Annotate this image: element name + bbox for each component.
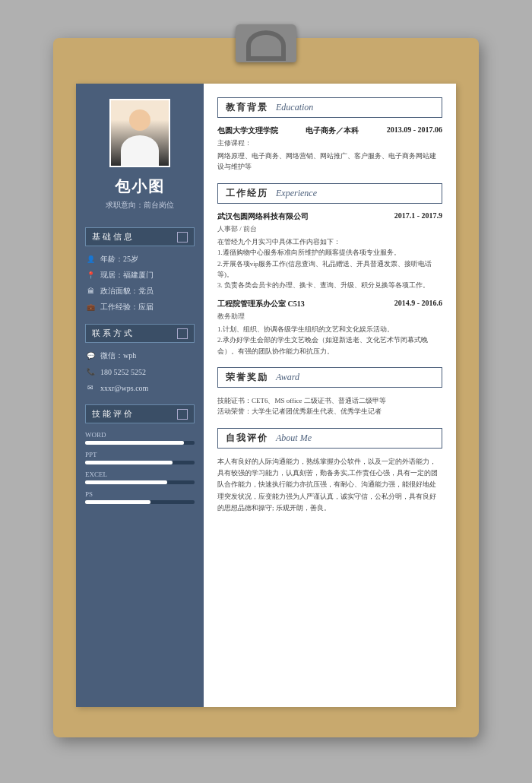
experience-title-cn: 工作经历	[226, 187, 268, 200]
photo	[109, 99, 170, 167]
job2-duty-0: 1.计划、组织、协调各级学生组织的文艺和文化娱乐活动。	[217, 324, 442, 334]
skill-ppt: PPT	[85, 451, 195, 464]
job1-period: 2017.1 - 2017.9	[394, 211, 442, 222]
contact-email: ✉ xxxr@wps.com	[85, 382, 195, 393]
contact-label: 联系方式	[92, 328, 135, 339]
edu-major: 电子商务／本科	[306, 125, 359, 136]
job2-company: 工程院管理系办公室 C513	[217, 299, 305, 309]
skill-excel-label: EXCEL	[85, 471, 195, 478]
edu-period: 2013.09 - 2017.06	[387, 125, 442, 136]
job-title: 求职意向：前台岗位	[106, 200, 174, 211]
award-item-1: 活动荣誉：大学生记者团优秀新生代表、优秀学生记者	[217, 406, 442, 417]
skill-ppt-bar-bg	[85, 461, 195, 464]
job2-title-row: 工程院管理系办公室 C513 2014.9 - 2016.6	[217, 299, 442, 309]
basic-info-header: 基础信息	[85, 227, 195, 246]
wechat-label: 微信：wph	[100, 350, 136, 361]
job1-company: 武汉包圆网络科技有限公司	[217, 211, 309, 222]
skill-excel-bar-bg	[85, 480, 195, 484]
job2-dept: 教务助理	[217, 312, 442, 322]
awards-title-en: Award	[276, 372, 299, 383]
age-label: 年龄：25岁	[100, 254, 138, 265]
location-icon: 📍	[85, 270, 96, 281]
clipboard-clip	[236, 24, 296, 62]
awards-body: 技能证书：CET6、MS office 二级证书、普通话二级甲等 活动荣誉：大学…	[217, 395, 442, 417]
clipboard-container: 包小图 求职意向：前台岗位 基础信息 👤 年龄：25岁 📍 现居：福建厦门 🏛 …	[53, 38, 479, 737]
info-age: 👤 年龄：25岁	[85, 254, 195, 265]
awards-section: 荣誉奖励 Award 技能证书：CET6、MS office 二级证书、普通话二…	[217, 367, 442, 417]
skill-ppt-bar-fill	[85, 461, 173, 464]
job-1: 武汉包圆网络科技有限公司 2017.1 - 2017.9 人事部 / 前台 在管…	[217, 211, 442, 291]
experience-icon: 💼	[85, 302, 96, 312]
basic-info-icon	[177, 232, 188, 243]
contact-header: 联系方式	[85, 324, 195, 343]
edu-school: 包圆大学文理学院	[217, 125, 278, 136]
job2-duty-1: 2.承办好学生会部的学生文艺晚会（如迎新送老、文化艺术节闭幕式晚会）。有强的团队…	[217, 334, 442, 357]
edu-courses-label: 主修课程：	[217, 138, 442, 148]
job2-period: 2014.9 - 2016.6	[394, 299, 442, 309]
skill-ps-bar-bg	[85, 500, 195, 504]
skill-ppt-label: PPT	[85, 451, 195, 458]
education-section: 教育背景 Education 包圆大学文理学院 电子商务／本科 2013.09 …	[217, 97, 442, 173]
skill-word: WORD	[85, 431, 195, 445]
job-2: 工程院管理系办公室 C513 2014.9 - 2016.6 教务助理 1.计划…	[217, 299, 442, 357]
skill-ps-bar-fill	[85, 500, 150, 504]
job1-duties: 在管经九个月实习中具体工作内容如下： 1.遵循购物中心服务标准向所维护的顾客提供…	[217, 236, 442, 291]
info-experience: 💼 工作经验：应届	[85, 302, 195, 312]
experience-title-en: Experience	[276, 188, 317, 199]
politics-icon: 🏛	[85, 286, 96, 296]
age-icon: 👤	[85, 254, 96, 265]
job1-duty-0: 在管经九个月实习中具体工作内容如下：	[217, 236, 442, 247]
contact-wechat: 💬 微信：wph	[85, 350, 195, 361]
job2-duties: 1.计划、组织、协调各级学生组织的文艺和文化娱乐活动。 2.承办好学生会部的学生…	[217, 324, 442, 357]
job1-title-row: 武汉包圆网络科技有限公司 2017.1 - 2017.9	[217, 211, 442, 222]
about-header: 自我评价 About Me	[217, 428, 442, 449]
job1-duty-1: 1.遵循购物中心服务标准向所维护的顾客提供各项专业服务。	[217, 247, 442, 258]
person-avatar	[111, 100, 169, 166]
skill-word-bar-fill	[85, 441, 184, 445]
skill-ps-label: PS	[85, 490, 195, 498]
skill-word-label: WORD	[85, 431, 195, 439]
job1-duty-2: 2.开展各项vip服务工作(信息查询、礼品赠送、开具普通发票、接听电话等)。	[217, 258, 442, 281]
awards-header: 荣誉奖励 Award	[217, 367, 442, 388]
skill-header: 技能评价	[85, 404, 195, 423]
phone-icon: 📞	[85, 366, 96, 377]
info-location: 📍 现居：福建厦门	[85, 270, 195, 281]
skill-excel: EXCEL	[85, 471, 195, 484]
skill-icon	[177, 409, 188, 420]
contact-phone: 📞 180 5252 5252	[85, 366, 195, 377]
politics-label: 政治面貌：党员	[100, 286, 154, 296]
skill-word-bar-bg	[85, 441, 195, 445]
skill-label: 技能评价	[92, 408, 135, 420]
sidebar: 包小图 求职意向：前台岗位 基础信息 👤 年龄：25岁 📍 现居：福建厦门 🏛 …	[76, 84, 204, 707]
email-label: xxxr@wps.com	[100, 384, 148, 392]
job1-dept: 人事部 / 前台	[217, 224, 442, 234]
education-title-en: Education	[276, 102, 313, 113]
award-item-0: 技能证书：CET6、MS office 二级证书、普通话二级甲等	[217, 395, 442, 406]
location-label: 现居：福建厦门	[100, 270, 154, 281]
about-title-cn: 自我评价	[226, 432, 268, 445]
edu-school-row: 包圆大学文理学院 电子商务／本科 2013.09 - 2017.06	[217, 125, 442, 136]
job1-duty-3: 3. 负责各类会员卡的办理、换卡、查询、升级、积分兑换等各项工作。	[217, 280, 442, 290]
education-title-cn: 教育背景	[226, 101, 268, 114]
experience-header: 工作经历 Experience	[217, 183, 442, 204]
phone-label: 180 5252 5252	[100, 368, 146, 376]
about-title-en: About Me	[276, 433, 312, 444]
candidate-name: 包小图	[115, 176, 165, 197]
experience-section: 工作经历 Experience 武汉包圆网络科技有限公司 2017.1 - 20…	[217, 183, 442, 357]
edu-courses: 网络原理、电子商务、网络营销、网站推广、客户服务、电子商务网站建设与维护等	[217, 151, 442, 173]
skill-ps: PS	[85, 490, 195, 504]
experience-label: 工作经验：应届	[100, 302, 154, 312]
wechat-icon: 💬	[85, 350, 96, 361]
resume-document: 包小图 求职意向：前台岗位 基础信息 👤 年龄：25岁 📍 现居：福建厦门 🏛 …	[76, 84, 456, 707]
main-content: 教育背景 Education 包圆大学文理学院 电子商务／本科 2013.09 …	[204, 84, 456, 707]
awards-title-cn: 荣誉奖励	[226, 371, 268, 384]
info-politics: 🏛 政治面貌：党员	[85, 286, 195, 296]
basic-info-label: 基础信息	[92, 231, 135, 243]
email-icon: ✉	[85, 382, 96, 393]
contact-icon	[177, 328, 188, 339]
education-header: 教育背景 Education	[217, 97, 442, 118]
skill-excel-bar-fill	[85, 480, 167, 484]
about-section: 自我评价 About Me 本人有良好的人际沟通能力，熟练掌握办公软件，以及一定…	[217, 428, 442, 514]
about-text: 本人有良好的人际沟通能力，熟练掌握办公软件，以及一定的外语能力，具有较强的学习能…	[217, 456, 442, 514]
